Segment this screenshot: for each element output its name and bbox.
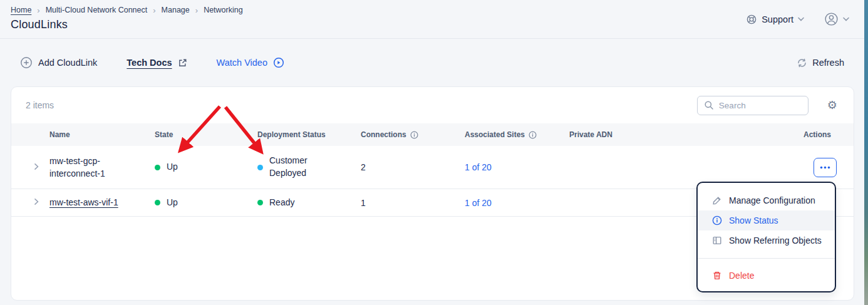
trash-icon — [711, 271, 722, 281]
menu-item-show-status[interactable]: Show Status — [698, 210, 835, 230]
breadcrumb-separator-icon: › — [195, 6, 198, 14]
connections-count: 1 — [361, 198, 465, 208]
row-actions-button[interactable] — [814, 158, 837, 177]
external-link-icon — [178, 58, 187, 68]
state-dot — [155, 165, 160, 170]
page-header: Home › Multi-Cloud Network Connect › Man… — [0, 0, 864, 39]
breadcrumb-networking[interactable]: Networking — [204, 6, 243, 14]
state-cell: Up — [155, 197, 257, 209]
menu-divider — [698, 258, 835, 259]
column-header-state: State — [155, 130, 257, 139]
menu-item-label: Manage Configuration — [729, 195, 815, 205]
user-avatar-icon — [824, 12, 839, 26]
deployment-status-label: Customer Deployed — [269, 155, 316, 179]
menu-item-label: Delete — [729, 271, 754, 281]
table-header-row: Name State Deployment Status Connections… — [11, 123, 854, 146]
cloudlink-name: mw-test-gcp-interconnect-1 — [49, 155, 126, 180]
info-icon[interactable] — [529, 131, 537, 139]
deployment-status-dot — [257, 200, 263, 205]
support-lifebuoy-icon — [746, 14, 757, 25]
breadcrumb-mcnc[interactable]: Multi-Cloud Network Connect — [46, 6, 148, 14]
menu-item-delete[interactable]: Delete — [698, 266, 835, 286]
state-label: Up — [167, 161, 178, 173]
pencil-icon — [711, 195, 722, 205]
plus-circle-icon — [20, 56, 33, 69]
column-header-connections: Connections — [361, 130, 465, 139]
deployment-status-label: Ready — [269, 197, 294, 209]
menu-item-show-referring-objects[interactable]: Show Referring Objects — [698, 230, 835, 251]
chevron-down-icon — [798, 17, 804, 21]
chevron-down-icon — [843, 17, 849, 21]
watch-video-link[interactable]: Watch Video — [217, 57, 284, 68]
breadcrumb-manage[interactable]: Manage — [162, 6, 190, 14]
search-box[interactable] — [697, 96, 809, 115]
refresh-label: Refresh — [812, 58, 844, 68]
column-header-associated-sites: Associated Sites — [465, 130, 569, 139]
expand-chevron-icon[interactable] — [32, 162, 41, 171]
page-title: CloudLinks — [11, 18, 68, 31]
state-label: Up — [167, 197, 178, 209]
add-cloudlink-label: Add CloudLink — [38, 58, 97, 68]
refresh-button[interactable]: Refresh — [797, 58, 844, 68]
connections-count: 2 — [361, 162, 465, 172]
action-bar: Add CloudLink Tech Docs Watch Video — [11, 39, 853, 86]
user-menu[interactable] — [824, 12, 849, 26]
breadcrumb: Home › Multi-Cloud Network Connect › Man… — [11, 6, 243, 14]
gear-icon[interactable]: ⚙ — [827, 100, 837, 111]
ellipsis-icon — [820, 166, 830, 169]
add-cloudlink-button[interactable]: Add CloudLink — [20, 56, 97, 69]
play-circle-icon — [273, 57, 284, 68]
state-cell: Up — [155, 161, 257, 173]
cloudlink-name-link[interactable]: mw-test-aws-vif-1 — [49, 196, 126, 209]
support-menu[interactable]: Support — [746, 14, 804, 25]
breadcrumb-home[interactable]: Home — [11, 6, 31, 14]
associated-sites-link[interactable]: 1 of 20 — [465, 198, 492, 208]
deployment-status-cell: Ready — [257, 197, 361, 209]
menu-item-label: Show Referring Objects — [729, 235, 822, 246]
window-edge-strip — [864, 0, 868, 305]
expand-chevron-icon[interactable] — [32, 197, 41, 206]
tech-docs-label: Tech Docs — [127, 58, 172, 68]
column-header-deployment-status: Deployment Status — [257, 130, 361, 139]
deployment-status-cell: Customer Deployed — [257, 155, 361, 179]
associated-sites-link[interactable]: 1 of 20 — [465, 162, 492, 172]
refresh-icon — [797, 58, 807, 68]
menu-item-manage-configuration[interactable]: Manage Configuration — [698, 190, 835, 210]
breadcrumb-separator-icon: › — [37, 6, 39, 14]
search-input[interactable] — [719, 101, 794, 110]
tech-docs-link[interactable]: Tech Docs — [127, 58, 187, 68]
row-actions-context-menu: Manage Configuration Show Status Show Re… — [696, 182, 836, 292]
watch-video-label: Watch Video — [217, 58, 267, 68]
referring-objects-icon — [711, 235, 722, 246]
column-header-actions: Actions — [762, 130, 831, 139]
support-label: Support — [762, 14, 793, 24]
menu-item-label: Show Status — [729, 215, 778, 225]
items-count: 2 items — [26, 100, 54, 110]
state-dot — [155, 200, 160, 205]
deployment-status-dot — [257, 165, 263, 170]
breadcrumb-separator-icon: › — [153, 6, 155, 14]
column-header-name: Name — [49, 130, 155, 139]
info-circle-icon — [711, 215, 722, 225]
column-header-private-adn: Private ADN — [569, 130, 762, 139]
info-icon[interactable] — [410, 131, 418, 139]
search-icon — [704, 100, 714, 110]
